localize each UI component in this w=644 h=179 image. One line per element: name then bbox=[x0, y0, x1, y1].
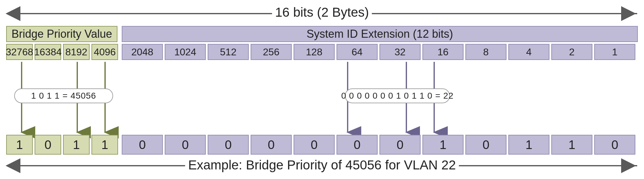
priority-bit-2: 1 bbox=[63, 135, 90, 155]
sysid-val-3: 256 bbox=[251, 44, 292, 60]
sysid-bit-0: 0 bbox=[122, 135, 163, 155]
sysid-val-7: 16 bbox=[422, 44, 464, 60]
priority-bubble: 1 0 1 1 = 45056 bbox=[14, 88, 113, 103]
priority-bit-1: 0 bbox=[35, 135, 61, 155]
diagram-stage: 16 bits (2 Bytes) Bridge Priority Value … bbox=[3, 3, 641, 176]
sysid-val-1: 1024 bbox=[165, 44, 206, 60]
sysid-bubble: 0 0 0 0 0 0 0 1 0 1 1 0 = 22 bbox=[345, 88, 450, 103]
sysid-val-10: 2 bbox=[551, 44, 592, 60]
priority-val-1: 16384 bbox=[35, 44, 61, 60]
priority-bit-3: 1 bbox=[91, 135, 118, 155]
priority-val-0: 32768 bbox=[6, 44, 33, 60]
sysid-bit-10: 1 bbox=[551, 135, 592, 155]
sysid-bit-3: 0 bbox=[251, 135, 292, 155]
sysid-val-9: 4 bbox=[508, 44, 549, 60]
top-caption: 16 bits (2 Bytes) bbox=[272, 5, 372, 20]
sysid-bit-6: 0 bbox=[379, 135, 421, 155]
sysid-val-11: 1 bbox=[594, 44, 635, 60]
sysid-val-8: 8 bbox=[465, 44, 506, 60]
priority-val-3: 4096 bbox=[91, 44, 118, 60]
sysid-bit-2: 0 bbox=[208, 135, 249, 155]
sysid-val-5: 64 bbox=[337, 44, 378, 60]
sysid-bit-9: 1 bbox=[508, 135, 549, 155]
sysid-bit-11: 0 bbox=[594, 135, 635, 155]
priority-val-2: 8192 bbox=[63, 44, 90, 60]
sysid-val-6: 32 bbox=[379, 44, 421, 60]
sysid-bit-1: 0 bbox=[165, 135, 206, 155]
sysid-bit-5: 0 bbox=[337, 135, 378, 155]
sysid-val-0: 2048 bbox=[122, 44, 163, 60]
priority-header: Bridge Priority Value bbox=[6, 26, 117, 42]
sysid-val-2: 512 bbox=[208, 44, 249, 60]
sysid-header: System ID Extension (12 bits) bbox=[122, 26, 638, 42]
priority-bit-0: 1 bbox=[6, 135, 33, 155]
bottom-caption: Example: Bridge Priority of 45056 for VL… bbox=[185, 158, 459, 173]
sysid-bit-7: 1 bbox=[422, 135, 464, 155]
sysid-bit-4: 0 bbox=[294, 135, 335, 155]
sysid-val-4: 128 bbox=[294, 44, 335, 60]
sysid-bit-8: 0 bbox=[465, 135, 506, 155]
